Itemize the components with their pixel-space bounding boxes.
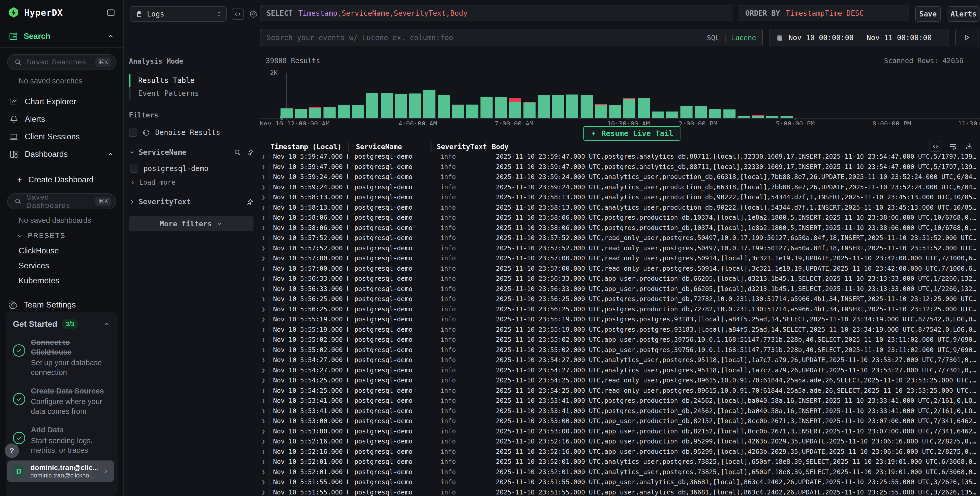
col-timestamp[interactable]: Timestamp (Local) <box>270 143 348 151</box>
download-icon[interactable] <box>965 142 973 150</box>
log-row[interactable]: ❯ Nov 10 5:59:47.000 PM postgresql-demo … <box>259 162 980 172</box>
lang-toggle-sql[interactable]: SQL <box>707 34 719 42</box>
log-row[interactable]: ❯ Nov 10 5:56:33.000 PM postgresql-demo … <box>259 284 980 294</box>
facet-severitytext[interactable]: SeverityText <box>129 198 253 206</box>
select-columns-input[interactable]: SELECT Timestamp,ServiceName,SeverityTex… <box>260 5 732 21</box>
load-more-button[interactable]: Load more <box>129 179 253 186</box>
sidebar-item-chart-explorer[interactable]: Chart Explorer <box>0 93 123 110</box>
row-expand-chevron[interactable]: ❯ <box>259 388 269 394</box>
checkbox[interactable] <box>129 129 137 137</box>
log-row[interactable]: ❯ Nov 10 5:52:16.000 PM postgresql-demo … <box>259 447 980 457</box>
preset-item[interactable]: Kubernetes <box>0 273 123 288</box>
column-config-icon[interactable] <box>929 140 942 152</box>
query-settings-button[interactable] <box>247 8 259 20</box>
log-row[interactable]: ❯ Nov 10 5:51:55.000 PM postgresql-demo … <box>259 477 980 487</box>
create-dashboard-button[interactable]: Create Dashboard <box>0 170 123 189</box>
row-expand-chevron[interactable]: ❯ <box>259 174 269 180</box>
row-expand-chevron[interactable]: ❯ <box>259 418 269 424</box>
log-row[interactable]: ❯ Nov 10 5:58:06.000 PM postgresql-demo … <box>259 223 980 233</box>
facet-search-icon[interactable] <box>234 149 241 156</box>
save-button[interactable]: Save <box>915 6 941 22</box>
facet-servicename[interactable]: ServiceName <box>129 148 253 156</box>
sidebar-item-search[interactable]: Search <box>0 25 123 48</box>
log-row[interactable]: ❯ Nov 10 5:59:24.000 PM postgresql-demo … <box>259 182 980 192</box>
sidebar-item-client-sessions[interactable]: Client Sessions <box>0 128 123 145</box>
log-row[interactable]: ❯ Nov 10 5:52:16.000 PM postgresql-demo … <box>259 436 980 447</box>
log-row[interactable]: ❯ Nov 10 5:57:52.000 PM postgresql-demo … <box>259 243 980 254</box>
source-select[interactable]: Logs <box>130 6 227 22</box>
mode-event-patterns[interactable]: Event Patterns <box>138 87 199 100</box>
log-row[interactable]: ❯ Nov 10 5:58:13.000 PM postgresql-demo … <box>259 192 980 203</box>
log-row[interactable]: ❯ Nov 10 5:52:01.000 PM postgresql-demo … <box>259 467 980 477</box>
row-expand-chevron[interactable]: ❯ <box>259 225 269 231</box>
row-expand-chevron[interactable]: ❯ <box>259 397 269 404</box>
log-row[interactable]: ❯ Nov 10 5:59:47.000 PM postgresql-demo … <box>259 152 980 162</box>
log-row[interactable]: ❯ Nov 10 5:51:55.000 PM postgresql-demo … <box>259 487 980 496</box>
row-expand-chevron[interactable]: ❯ <box>259 489 269 496</box>
row-expand-chevron[interactable]: ❯ <box>259 265 269 272</box>
date-range-picker[interactable]: Nov 10 00:00:00 - Nov 11 00:00:00 <box>769 29 949 46</box>
row-expand-chevron[interactable]: ❯ <box>259 153 269 159</box>
row-expand-chevron[interactable]: ❯ <box>259 306 269 313</box>
resume-live-tail-button[interactable]: Resume Live Tail <box>584 126 681 140</box>
row-expand-chevron[interactable]: ❯ <box>259 245 269 251</box>
row-expand-chevron[interactable]: ❯ <box>259 438 269 445</box>
log-row[interactable]: ❯ Nov 10 5:58:13.000 PM postgresql-demo … <box>259 203 980 213</box>
lang-toggle-lucene[interactable]: Lucene <box>731 34 756 42</box>
log-row[interactable]: ❯ Nov 10 5:54:25.000 PM postgresql-demo … <box>259 386 980 396</box>
get-started-task[interactable]: Add Data Start sending logs, metrics, or… <box>13 425 110 455</box>
run-query-button[interactable] <box>955 29 978 46</box>
row-expand-chevron[interactable]: ❯ <box>259 255 269 262</box>
row-expand-chevron[interactable]: ❯ <box>259 357 269 363</box>
log-row[interactable]: ❯ Nov 10 5:53:41.000 PM postgresql-demo … <box>259 406 980 416</box>
row-expand-chevron[interactable]: ❯ <box>259 316 269 322</box>
row-expand-chevron[interactable]: ❯ <box>259 479 269 485</box>
row-expand-chevron[interactable]: ❯ <box>259 326 269 333</box>
log-row[interactable]: ❯ Nov 10 5:58:06.000 PM postgresql-demo … <box>259 212 980 223</box>
col-body[interactable]: Body <box>486 143 980 151</box>
row-expand-chevron[interactable]: ❯ <box>259 204 269 211</box>
chevron-up-icon[interactable] <box>103 321 110 328</box>
row-expand-chevron[interactable]: ❯ <box>259 296 269 302</box>
col-severitytext[interactable]: SeverityText <box>431 143 485 151</box>
log-row[interactable]: ❯ Nov 10 5:55:19.000 PM postgresql-demo … <box>259 314 980 324</box>
log-row[interactable]: ❯ Nov 10 5:56:33.000 PM postgresql-demo … <box>259 273 980 284</box>
pin-icon[interactable] <box>246 198 253 206</box>
row-expand-chevron[interactable]: ❯ <box>259 234 269 241</box>
saved-dashboards-input[interactable]: Saved Dashboards ⌘K <box>7 193 116 209</box>
row-expand-chevron[interactable]: ❯ <box>259 337 269 343</box>
preset-item[interactable]: Services <box>0 258 123 273</box>
search-events-input[interactable]: Search your events w/ Lucene ex. column:… <box>260 29 763 46</box>
log-row[interactable]: ❯ Nov 10 5:59:24.000 PM postgresql-demo … <box>259 172 980 182</box>
presets-section-toggle[interactable]: PRESETS <box>0 232 123 240</box>
get-started-task[interactable]: Create Data Sources Configure where your… <box>13 386 110 416</box>
help-button[interactable]: ? <box>5 443 19 458</box>
row-expand-chevron[interactable]: ❯ <box>259 408 269 414</box>
row-expand-chevron[interactable]: ❯ <box>259 448 269 455</box>
log-row[interactable]: ❯ Nov 10 5:53:00.000 PM postgresql-demo … <box>259 416 980 426</box>
denoise-results-checkbox[interactable]: Denoise Results <box>129 128 253 137</box>
mode-results-table[interactable]: Results Table <box>138 74 199 87</box>
log-row[interactable]: ❯ Nov 10 5:54:27.000 PM postgresql-demo … <box>259 355 980 365</box>
log-row[interactable]: ❯ Nov 10 5:53:00.000 PM postgresql-demo … <box>259 426 980 437</box>
more-filters-button[interactable]: More filters <box>129 216 253 231</box>
log-row[interactable]: ❯ Nov 10 5:57:00.000 PM postgresql-demo … <box>259 263 980 274</box>
code-view-button[interactable] <box>232 8 244 20</box>
alerts-button[interactable]: Alerts <box>948 6 980 22</box>
row-expand-chevron[interactable]: ❯ <box>259 164 269 170</box>
team-settings-button[interactable]: Team Settings <box>0 300 123 309</box>
chevron-up-icon[interactable] <box>107 151 114 158</box>
row-expand-chevron[interactable]: ❯ <box>259 458 269 465</box>
row-expand-chevron[interactable]: ❯ <box>259 367 269 373</box>
row-expand-chevron[interactable]: ❯ <box>259 194 269 200</box>
log-row[interactable]: ❯ Nov 10 5:56:25.000 PM postgresql-demo … <box>259 294 980 304</box>
log-row[interactable]: ❯ Nov 10 5:54:27.000 PM postgresql-demo … <box>259 365 980 375</box>
log-row[interactable]: ❯ Nov 10 5:55:02.000 PM postgresql-demo … <box>259 335 980 345</box>
row-expand-chevron[interactable]: ❯ <box>259 285 269 292</box>
sidebar-item-dashboards[interactable]: Dashboards <box>0 145 123 163</box>
get-started-task[interactable]: Connect to ClickHouse Set up your databa… <box>13 338 110 378</box>
log-row[interactable]: ❯ Nov 10 5:55:19.000 PM postgresql-demo … <box>259 324 980 335</box>
row-expand-chevron[interactable]: ❯ <box>259 428 269 434</box>
wrap-lines-icon[interactable] <box>949 142 957 150</box>
row-expand-chevron[interactable]: ❯ <box>259 214 269 221</box>
